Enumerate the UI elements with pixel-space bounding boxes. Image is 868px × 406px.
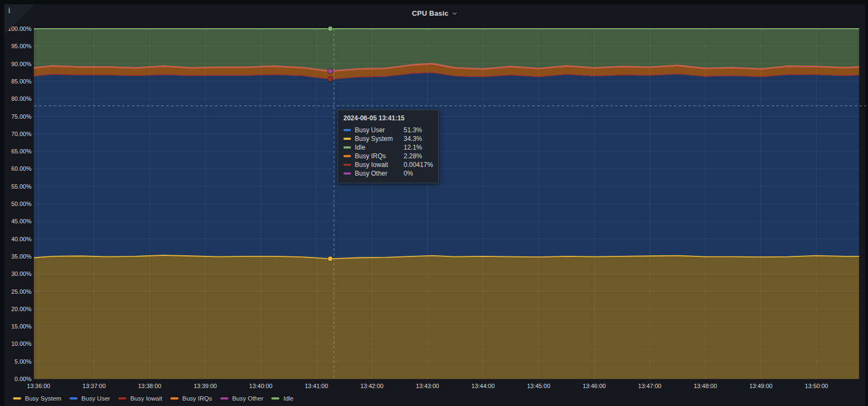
x-axis-label: 13:39:00 — [194, 383, 217, 389]
legend-swatch — [118, 397, 126, 399]
y-axis-label: 85.00% — [11, 78, 32, 85]
tooltip-row: Busy IRQs2.28% — [343, 152, 433, 160]
y-axis-label: 55.00% — [11, 183, 32, 190]
cpu-chart[interactable]: 100.00%95.00%90.00%85.00%80.00%75.00%70.… — [0, 0, 868, 406]
tooltip-rows: Busy User51.3%Busy System34.3%Idle12.1%B… — [343, 126, 433, 178]
x-axis-label: 13:47:00 — [638, 383, 661, 389]
y-axis-label: 45.00% — [11, 218, 32, 224]
tooltip-series-swatch — [343, 164, 351, 166]
tooltip-row: Busy Other0% — [343, 169, 433, 178]
x-axis-label: 13:38:00 — [138, 383, 161, 389]
legend-label: Idle — [283, 395, 293, 402]
y-axis-label: 30.00% — [11, 270, 32, 277]
tooltip-series-value: 12.1% — [404, 144, 422, 151]
panel-title: CPU Basic — [412, 9, 449, 17]
y-axis-label: 35.00% — [11, 253, 32, 260]
tooltip-series-name: Busy IRQs — [355, 152, 399, 160]
hover-point — [328, 69, 333, 74]
x-axis-label: 13:45:00 — [527, 383, 550, 389]
y-axis-label: 95.00% — [11, 43, 32, 49]
hover-point — [328, 27, 333, 31]
y-axis-label: 5.00% — [15, 358, 31, 365]
tooltip-series-name: Idle — [355, 144, 399, 151]
x-axis-label: 13:44:00 — [471, 383, 495, 389]
y-axis-label: 80.00% — [11, 95, 32, 102]
info-icon: i — [8, 6, 10, 15]
tooltip-timestamp: 2024-06-05 13:41:15 — [343, 114, 433, 122]
x-axis-label: 13:50:00 — [805, 383, 828, 389]
y-axis-label: 20.00% — [11, 306, 32, 312]
y-axis-label: 90.00% — [11, 61, 32, 67]
tooltip-row: Idle12.1% — [343, 143, 433, 152]
tooltip-series-name: Busy Other — [355, 170, 399, 177]
legend-item-busy-other[interactable]: Busy Other — [220, 395, 264, 402]
legend-swatch — [220, 397, 228, 399]
y-axis-label: 70.00% — [11, 131, 32, 137]
tooltip-row: Busy Iowait0.00417% — [343, 160, 433, 169]
y-axis-label: 50.00% — [11, 201, 32, 207]
legend-item-busy-user[interactable]: Busy User — [69, 395, 110, 402]
legend-label: Busy Other — [232, 395, 264, 402]
tooltip-series-value: 51.3% — [404, 126, 422, 134]
tooltip-series-value: 2.28% — [404, 152, 422, 160]
legend-swatch — [13, 397, 21, 399]
legend-label: Busy Iowait — [130, 395, 162, 402]
tooltip-series-value: 0% — [404, 170, 413, 177]
hover-point — [328, 256, 333, 261]
y-axis-label: 15.00% — [11, 323, 32, 330]
x-axis-label: 13:42:00 — [360, 383, 384, 389]
tooltip: 2024-06-05 13:41:15 Busy User51.3%Busy S… — [337, 109, 439, 183]
x-axis-label: 13:36:00 — [27, 383, 50, 389]
y-axis-label: 10.00% — [11, 340, 32, 347]
y-axis-label: 0.00% — [15, 376, 31, 382]
tooltip-series-name: Busy System — [355, 135, 399, 143]
tooltip-series-swatch — [343, 155, 351, 157]
y-axis-label: 40.00% — [11, 236, 32, 242]
legend-item-idle[interactable]: Idle — [271, 395, 293, 402]
legend-swatch — [170, 397, 178, 399]
y-axis-label: 25.00% — [11, 288, 32, 295]
chevron-down-icon — [451, 10, 458, 17]
x-axis-label: 13:46:00 — [583, 383, 606, 389]
legend-label: Busy System — [25, 395, 61, 402]
tooltip-row: Busy User51.3% — [343, 126, 433, 134]
legend-item-busy-irqs[interactable]: Busy IRQs — [170, 395, 212, 402]
y-axis-label: 75.00% — [11, 113, 32, 120]
tooltip-series-swatch — [343, 129, 351, 131]
y-axis-label: 60.00% — [11, 165, 32, 172]
legend: Busy SystemBusy UserBusy IowaitBusy IRQs… — [13, 395, 302, 402]
legend-swatch — [271, 397, 279, 399]
legend-item-busy-iowait[interactable]: Busy Iowait — [118, 395, 162, 402]
x-axis-label: 13:48:00 — [694, 383, 717, 389]
x-axis-label: 13:43:00 — [416, 383, 439, 389]
tooltip-series-swatch — [343, 146, 351, 149]
legend-label: Busy User — [81, 395, 110, 402]
area-idle — [34, 29, 859, 71]
tooltip-series-name: Busy Iowait — [355, 161, 399, 169]
tooltip-row: Busy System34.3% — [343, 134, 433, 143]
area-busy-user — [34, 73, 859, 259]
hover-point — [328, 76, 333, 81]
panel-info-corner[interactable]: i — [4, 4, 34, 34]
legend-swatch — [69, 397, 78, 399]
x-axis-label: 13:41:00 — [305, 383, 328, 389]
y-axis-label: 65.00% — [11, 148, 32, 154]
tooltip-series-swatch — [343, 138, 351, 140]
tooltip-series-value: 34.3% — [404, 135, 422, 143]
tooltip-series-value: 0.00417% — [404, 161, 433, 169]
x-axis-label: 13:40:00 — [249, 383, 272, 389]
legend-label: Busy IRQs — [182, 395, 212, 402]
tooltip-series-name: Busy User — [355, 126, 399, 134]
x-axis-label: 13:37:00 — [82, 383, 106, 389]
panel-header-menu[interactable]: CPU Basic — [4, 4, 865, 22]
x-axis-label: 13:49:00 — [749, 383, 773, 389]
tooltip-series-swatch — [343, 172, 351, 175]
legend-item-busy-system[interactable]: Busy System — [13, 395, 61, 402]
